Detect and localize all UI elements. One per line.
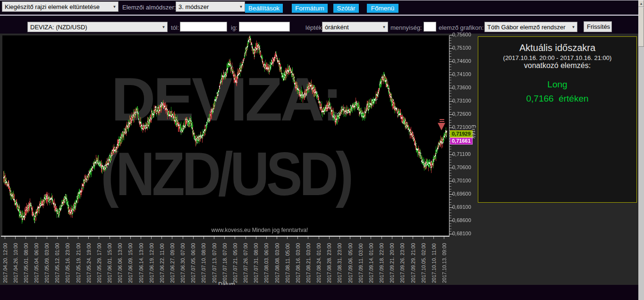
x-tick-label: 2017.09.21. 20:00 (389, 240, 395, 283)
x-tick-label: 2017.08.16. 03:00 (295, 240, 301, 283)
y-tick-label: 0,71100 (452, 151, 471, 157)
x-tick-label: 2017.04.20. 12:00 (2, 240, 8, 283)
x-tick-label: 2017.05.19. 21:00 (76, 240, 81, 283)
format-button[interactable]: Formátum (292, 4, 328, 13)
x-tick-label: 2017.06.06. 13:00 (117, 240, 123, 283)
submethod-label: Elemzői almódszer: (122, 4, 176, 11)
x-tick-label: 2017.05.04. 06:00 (34, 240, 39, 283)
x-tick-label: 2017.06.27. 09:00 (169, 240, 175, 283)
x-tick-label: 2017.06.19. 12:00 (149, 240, 154, 283)
to-date-input[interactable] (239, 22, 290, 32)
chevron-down-icon: ▼ (381, 25, 388, 29)
y-tick-label: 0,68600 (452, 217, 471, 223)
x-tick-label: 2017.07.21. 05:00 (232, 240, 238, 283)
currency-pair-dropdown-value: DEVIZA: (NZD/USD) (28, 24, 160, 31)
y-tick-label: 0,70600 (452, 164, 471, 170)
settings-button[interactable]: Beállítások (245, 4, 283, 13)
y-tick-label: 0,68100 (452, 231, 471, 236)
x-tick-label: 2017.10.13. 09:00 (441, 240, 447, 283)
secondary-price-tag: 0,71661 (450, 137, 473, 145)
analyzer-dropdown[interactable]: Tóth Gábor elemző rendszer ▼ (484, 22, 577, 32)
x-tick-label: 2017.08.11. 05:00 (285, 240, 290, 283)
scroll-up-arrow-icon[interactable]: ▲ (638, 0, 644, 7)
x-tick-label: 2017.05.16. 23:00 (65, 240, 70, 283)
x-tick-label: 2017.05.09. 03:00 (44, 240, 50, 283)
chevron-down-icon: ▼ (570, 25, 577, 29)
from-date-input[interactable] (180, 22, 227, 32)
analysis-panel: Aktuális időszakra (2017.10.16. 20:00 - … (478, 36, 637, 203)
x-tick-label: 2017.06.14. 13:00 (138, 240, 144, 283)
x-tick-label: 2017.07.26. 07:00 (243, 240, 248, 283)
x-tick-label: 2017.08.08. 03:00 (274, 240, 280, 283)
x-tick-label: 2017.04.26. 10:00 (13, 240, 18, 283)
signal-value: Long (478, 79, 636, 90)
x-tick-label: 2017.06.09. 15:00 (127, 240, 133, 283)
separator-line (0, 15, 638, 16)
refresh-button[interactable]: Frissítés (584, 21, 612, 32)
from-label: tól: (171, 24, 179, 31)
y-axis-title: Érték (471, 125, 476, 139)
down-arrow-icon (440, 121, 444, 122)
drawing-elements-dropdown[interactable]: Kiegészítő rajzi elemek eltüntetése ▼ (2, 1, 119, 12)
y-tick-label: 0,74100 (452, 71, 471, 77)
x-tick-label: 2017.07.18. 07:00 (222, 240, 228, 283)
y-tick-label: 0,72600 (452, 111, 471, 117)
x-tick-label: 2017.05.29. 17:00 (96, 240, 102, 283)
chevron-down-icon: ▼ (160, 25, 167, 29)
quantity-label: mennyiség: (390, 24, 422, 31)
x-tick-label: 2017.07.13. 07:00 (212, 240, 217, 283)
x-tick-label: 2017.08.28. 23:00 (326, 240, 332, 283)
to-label: ig: (231, 24, 237, 31)
scale-dropdown[interactable]: óránként ▼ (322, 22, 388, 32)
x-tick-label: 2017.05.24. 19:00 (86, 240, 92, 283)
vertical-scrollbar[interactable]: ▲ (638, 0, 644, 300)
x-tick-label: 2017.08.21. 03:00 (305, 240, 311, 283)
currency-pair-dropdown[interactable]: DEVIZA: (NZD/USD) ▼ (27, 22, 168, 32)
candlestick-chart[interactable]: DEVIZA: (NZD/USD) www.kovess.eu Minden j… (2, 35, 449, 235)
top-border-line (0, 0, 644, 0)
x-tick-label: 2017.06.01. 15:00 (107, 240, 112, 283)
footer-bar (0, 285, 638, 300)
y-tick-label: 0,69600 (452, 191, 471, 197)
signal-price: 0,7166 értéken (478, 94, 636, 104)
x-tick-label: 2017.08.03. 06:00 (263, 240, 269, 283)
submethod-dropdown[interactable]: 3. módszer ▼ (176, 1, 245, 12)
x-tick-label: 2017.08.24. 01:00 (316, 240, 322, 283)
x-tick-label: 2017.10.10. 11:00 (431, 240, 437, 283)
down-arrow-icon (440, 119, 444, 120)
chevron-down-icon: ▼ (111, 5, 118, 9)
quantity-input[interactable] (424, 22, 436, 32)
y-tick-label: 0,74600 (452, 58, 471, 64)
scale-dropdown-value: óránként (322, 24, 381, 31)
down-arrow-icon (438, 123, 445, 130)
x-tick-label: 2017.06.22. 11:00 (159, 240, 165, 283)
analyzer-label: elemző grafikon: (439, 24, 483, 31)
y-tick-label: 0,73600 (452, 85, 471, 90)
panel-subtitle: vonatkozó elemzés: (478, 61, 636, 70)
scrollbar-thumb[interactable] (638, 7, 644, 47)
candles-canvas[interactable] (2, 35, 449, 235)
x-tick-label: 2017.08.31. 23:00 (337, 240, 342, 283)
x-tick-label: 2017.07.31. 08:00 (253, 240, 259, 283)
x-tick-label: 2017.09.11. 03:00 (358, 240, 364, 283)
x-tick-label: 2017.09.06. 05:00 (347, 240, 353, 283)
x-tick-label: 2017.09.18. 22:00 (379, 240, 384, 283)
x-tick-label: 2017.10.05. 02:00 (421, 240, 426, 283)
x-tick-label: 2017.07.10. 08:00 (201, 240, 206, 283)
drawing-elements-dropdown-value: Kiegészítő rajzi elemek eltüntetése (2, 3, 111, 10)
x-tick-label: 2017.05.12. 01:00 (54, 240, 60, 283)
y-tick-label: 0,75600 (452, 32, 471, 37)
scale-label: lépték: (305, 24, 323, 31)
copyright-text: www.kovess.eu Minden jog fenntartva! (36, 227, 483, 233)
main-menu-button[interactable]: Főmenü (367, 4, 398, 13)
y-tick-label: 0,73100 (452, 98, 471, 103)
x-tick-label: 2017.06.30. 07:00 (180, 240, 186, 283)
y-tick-label: 0,70100 (452, 178, 471, 183)
app-window: Kiegészítő rajzi elemek eltüntetése ▼ El… (0, 0, 644, 300)
current-price-tag: 0,71929 (450, 130, 473, 137)
chevron-down-icon: ▼ (237, 5, 245, 9)
dictionary-button[interactable]: Szótár (333, 4, 359, 13)
panel-period: (2017.10.16. 20:00 - 2017.10.16. 21:00) (478, 54, 636, 61)
y-tick-label: 0,75100 (452, 45, 471, 51)
x-tick-label: 2017.09.26. 23:00 (399, 240, 405, 283)
